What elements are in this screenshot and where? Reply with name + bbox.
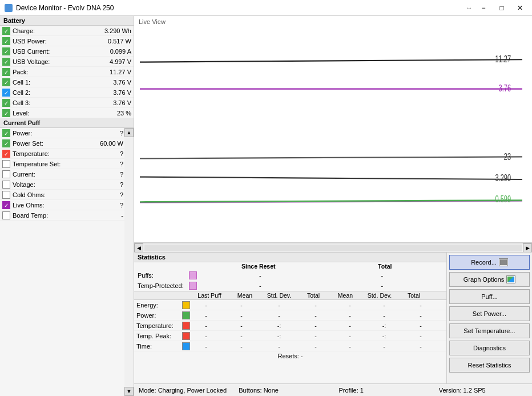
puff-label-5: Voltage: (13, 181, 89, 188)
graph-options-button[interactable]: Graph Options (449, 272, 530, 287)
battery-row-3: USB Voltage: 4.997 V (0, 57, 134, 67)
scroll-right-button[interactable]: ▶ (523, 243, 532, 253)
puff-row-0: Power: ? (0, 128, 134, 138)
stats-cell-3-3: - (297, 333, 334, 339)
battery-row-1: USB Power: 0.517 W (0, 36, 134, 46)
battery-value-4: 11.27 V (97, 69, 131, 75)
battery-label-4: Pack: (13, 69, 97, 75)
reset-statistics-button[interactable]: Reset Statistics (449, 358, 530, 373)
puff-label-7: Live Ohms: (13, 202, 89, 209)
temp-prot-total: - (321, 282, 444, 289)
close-button[interactable]: ✕ (513, 2, 527, 14)
svg-line-3 (140, 177, 522, 179)
temp-prot-color-box (189, 282, 197, 290)
battery-checkbox-5[interactable] (2, 78, 10, 86)
puff-value-0: ? (89, 130, 123, 137)
stats-right-buttons: Record... Graph Options Puff... Set Powe… (446, 253, 532, 383)
horizontal-scrollbar[interactable]: ◀ ▶ (134, 243, 532, 252)
puff-checkbox-7[interactable] (2, 201, 10, 209)
stats-cell-0-3: - (297, 302, 334, 309)
battery-checkbox-2[interactable] (2, 47, 10, 55)
puff-label-6: Cold Ohms: (13, 191, 89, 198)
puff-value-1: 60.00 W (89, 140, 123, 147)
stats-cell-0-4: - (334, 302, 366, 309)
live-view: Live View 11.27 3.76 23 3.290 0.599 (134, 16, 532, 243)
temp-prot-since: - (199, 282, 321, 289)
status-version: Version: 1.2 SP5 (439, 387, 527, 394)
puff-label-1: Power Set: (13, 140, 89, 147)
battery-value-7: 3.76 V (97, 99, 131, 106)
minimize-button[interactable]: − (476, 2, 491, 14)
record-button[interactable]: Record... (449, 255, 530, 270)
svg-text:3.76: 3.76 (499, 83, 511, 94)
stats-cell-3-0: - (190, 333, 222, 339)
puff-row-4: Current: ? (0, 169, 134, 179)
puff-row-1: Power Set: 60.00 W (0, 138, 134, 149)
puff-row-3: Temperature Set: ? (0, 159, 134, 169)
stats-row-color-3 (182, 332, 190, 340)
battery-checkbox-4[interactable] (2, 68, 10, 76)
puff-row-8: Board Temp: - (0, 210, 134, 221)
battery-row-2: USB Current: 0.099 A (0, 46, 134, 57)
stats-cell-2-6: - (402, 322, 439, 329)
scroll-up-arrow[interactable]: ▲ (124, 128, 134, 137)
scroll-down-arrow[interactable]: ▼ (124, 387, 134, 396)
stats-cell-2-3: - (297, 322, 334, 329)
maximize-button[interactable]: □ (494, 2, 509, 14)
battery-label-6: Cell 2: (13, 89, 97, 96)
puff-value-8: - (89, 212, 123, 219)
battery-checkbox-8[interactable] (2, 109, 10, 117)
puff-checkbox-1[interactable] (2, 139, 10, 147)
battery-row-0: Charge: 3.290 Wh (0, 26, 134, 36)
puffs-row: Puffs: - - (134, 270, 446, 281)
scroll-track[interactable] (144, 245, 522, 251)
puff-row-2: Temperature: ? (0, 149, 134, 159)
puffs-label: Puffs: (138, 272, 189, 279)
battery-value-8: 23 % (97, 110, 131, 117)
puff-checkbox-6[interactable] (2, 191, 10, 199)
battery-checkbox-1[interactable] (2, 37, 10, 45)
stats-cell-0-2: - (261, 302, 297, 309)
stats-row-color-0 (182, 301, 190, 309)
puffs-color-box (189, 271, 197, 279)
main-container: Battery Charge: 3.290 Wh USB Power: 0.51… (0, 16, 532, 396)
battery-label-2: USB Current: (13, 48, 97, 55)
set-power-button[interactable]: Set Power... (449, 306, 530, 321)
stats-cell-3-1: - (222, 333, 261, 339)
puff-button[interactable]: Puff... (449, 289, 530, 304)
puff-checkbox-2[interactable] (2, 150, 10, 158)
battery-checkbox-6[interactable] (2, 89, 10, 97)
window-title: Device Monitor - Evolv DNA 250 (16, 4, 462, 12)
right-panel: Live View 11.27 3.76 23 3.290 0.599 (134, 16, 532, 396)
stats-row-label-1: Power: (136, 312, 182, 319)
stats-cell-0-5: - (366, 302, 402, 309)
puff-value-3: ? (89, 161, 123, 167)
puff-row-5: Voltage: ? (0, 179, 134, 190)
stats-section-header: Statistics (134, 253, 446, 262)
move-icon: ↔ (466, 4, 473, 12)
puff-value-6: ? (89, 191, 123, 198)
battery-checkbox-3[interactable] (2, 58, 10, 66)
scroll-left-button[interactable]: ◀ (134, 243, 143, 253)
set-temperature-button[interactable]: Set Temperature... (449, 323, 530, 338)
puff-checkbox-5[interactable] (2, 181, 10, 189)
puff-label-8: Board Temp: (13, 212, 89, 219)
puff-checkbox-4[interactable] (2, 170, 10, 178)
puff-checkbox-3[interactable] (2, 160, 10, 168)
col-last-puff: Last Puff (190, 292, 229, 299)
puff-checkbox-0[interactable] (2, 129, 10, 137)
status-profile: Profile: 1 (339, 387, 428, 394)
puff-label-3: Temperature Set: (13, 161, 89, 167)
stats-cell-1-3: - (297, 312, 334, 319)
diagnostics-button[interactable]: Diagnostics (449, 341, 530, 355)
puff-checkbox-8[interactable] (2, 211, 10, 219)
battery-value-0: 3.290 Wh (97, 27, 131, 34)
current-puff-scrollable[interactable]: Power: ? Power Set: 60.00 W Temperature:… (0, 128, 134, 396)
stats-row-color-2 (182, 322, 190, 330)
battery-checkbox-7[interactable] (2, 99, 10, 107)
battery-section-header: Battery (0, 16, 134, 26)
battery-label-0: Charge: (13, 27, 97, 34)
since-reset-header: Since Reset (199, 263, 318, 270)
battery-checkbox-0[interactable] (2, 27, 10, 35)
puff-value-7: ? (89, 202, 123, 209)
